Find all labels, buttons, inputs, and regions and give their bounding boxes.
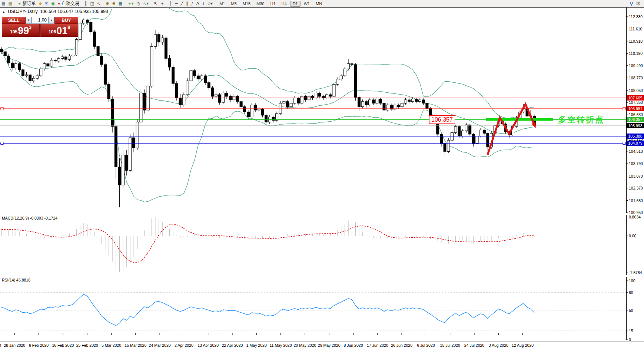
- timeframe-h4-button[interactable]: H4: [279, 1, 289, 7]
- sell-price-handle: 105: [10, 29, 17, 34]
- crosshair-icon[interactable]: ＋: [159, 0, 166, 7]
- text-icon[interactable]: A: [195, 0, 200, 7]
- date-tick: 28 Jan 2020: [4, 343, 25, 348]
- date-tick: 6 Feb 2020: [29, 343, 49, 348]
- price-tick: 108.770: [629, 76, 643, 80]
- price-tick: 104.510: [629, 149, 643, 154]
- horizontal-line-icon[interactable]: ─: [173, 0, 179, 7]
- volume-down-button[interactable]: ▼: [26, 17, 31, 24]
- timeframe-toolbar: M1M5M15M30H1H4D1W1MN: [216, 1, 325, 7]
- rsi-tick: 50: [629, 308, 633, 313]
- timeframe-d1-button[interactable]: D1: [290, 1, 301, 7]
- volume-up-button[interactable]: ▲: [49, 17, 54, 24]
- price-tick: 112.330: [629, 14, 643, 19]
- search-icon[interactable]: ⚲: [628, 0, 635, 7]
- cursor-icon[interactable]: ↖: [152, 0, 159, 7]
- price-badge-106.981: 106.981: [627, 106, 644, 111]
- price-badge-104.979: 104.979: [627, 141, 644, 146]
- period-clock-icon: ◷: [137, 0, 140, 7]
- rsi-tick: 0: [629, 338, 631, 342]
- candle-chart-icon: ◫: [90, 0, 94, 7]
- volume-input[interactable]: 1.00: [31, 17, 49, 24]
- zoom-out-icon: ⊖: [112, 0, 115, 7]
- timeframe-m30-button[interactable]: M30: [254, 1, 267, 7]
- bar-chart-icon: ║: [84, 0, 87, 7]
- market-news-icon[interactable]: ◉: [50, 0, 57, 7]
- auto-trading-button[interactable]: ●自动交易: [56, 0, 81, 7]
- templates-icon[interactable]: ∿▾: [142, 0, 150, 7]
- fibonacci-icon[interactable]: ƒ: [190, 0, 195, 7]
- timeframe-h1-button[interactable]: H1: [268, 1, 278, 7]
- sell-price-display[interactable]: 105 99 3: [2, 24, 40, 37]
- text-label-icon[interactable]: T: [200, 0, 206, 7]
- price-axis-line: [626, 7, 627, 340]
- timeframe-mn-button[interactable]: MN: [313, 1, 325, 7]
- auto-trading-label: 自动交易: [62, 0, 79, 7]
- chart-window: ▲ USDJPY-,Daily 106.564 106.647 105.935 …: [0, 7, 644, 349]
- macd-tick: -1.5784: [629, 270, 642, 275]
- price-tick: 107.350: [629, 100, 643, 105]
- line-chart-icon[interactable]: ∿: [96, 0, 102, 7]
- new-chart-icon[interactable]: ▦: [0, 0, 7, 7]
- new-order-button[interactable]: ＋新订单: [16, 0, 37, 7]
- tile-windows-icon[interactable]: ▦: [117, 0, 124, 7]
- rsi-tick: 15: [629, 329, 633, 333]
- mt4-terminal: ▦▤＋新订单◆✉◉●自动交易║◫∿⊕⊖▦＋▾◷∿▾↖＋│─╱∥ƒAT◇▾ M1M…: [0, 0, 644, 349]
- profiles-icon[interactable]: ▤: [7, 0, 13, 7]
- timeframe-w1-button[interactable]: W1: [301, 1, 313, 7]
- date-tick: 22 Apr 2020: [222, 343, 243, 348]
- buy-price-big: 01: [56, 26, 67, 36]
- channel-icon[interactable]: ∥: [185, 0, 190, 7]
- date-tick: 6 Jul 2020: [417, 343, 435, 348]
- buy-price-pip: 8: [67, 25, 70, 30]
- price-tick: 102.370: [629, 186, 643, 190]
- buy-button[interactable]: BUY: [54, 17, 78, 24]
- add-indicator-icon: ＋▾: [127, 0, 134, 7]
- macd-tick: 0.8034: [629, 215, 641, 219]
- shapes-icon[interactable]: ◇▾: [206, 0, 214, 7]
- price-tick: 103.070: [629, 174, 643, 178]
- candle-chart-icon[interactable]: ◫: [89, 0, 96, 7]
- timeframe-m1-button[interactable]: M1: [217, 1, 228, 7]
- price-tick: 110.910: [629, 39, 643, 43]
- vertical-line-icon: │: [169, 0, 172, 7]
- add-indicator-icon[interactable]: ＋▾: [126, 0, 135, 7]
- price-tick: 108.050: [629, 88, 643, 93]
- date-tick: 25 Feb 2020: [76, 343, 98, 348]
- date-tick: 1 May 2020: [246, 343, 267, 348]
- vertical-line-icon[interactable]: │: [168, 0, 173, 7]
- toolbar: ▦▤＋新订单◆✉◉●自动交易║◫∿⊕⊖▦＋▾◷∿▾↖＋│─╱∥ƒAT◇▾ M1M…: [0, 0, 644, 7]
- period-clock-icon[interactable]: ◷: [135, 0, 142, 7]
- horizontal-line-icon: ─: [175, 0, 178, 7]
- date-tick: 15 Jul 2020: [440, 343, 460, 348]
- price-tag-106357[interactable]: 106.357: [429, 115, 455, 124]
- date-tick: 20 May 2020: [294, 343, 316, 348]
- cn-annotation[interactable]: 多空转折点: [558, 114, 604, 125]
- macd-tick: 0.00: [629, 234, 636, 238]
- chat-icon[interactable]: ✉: [635, 0, 642, 7]
- tile-windows-icon: ▦: [119, 0, 122, 7]
- rsi-tick: 80: [629, 290, 633, 295]
- timeframe-m5-button[interactable]: M5: [228, 1, 239, 7]
- price-tick: 106.630: [629, 112, 643, 117]
- expand-icon[interactable]: ▲: [2, 10, 5, 14]
- date-tick: 24 Jul 2020: [464, 343, 484, 348]
- date-tick: 16 Feb 2020: [52, 343, 74, 348]
- history-center-icon[interactable]: ◆: [37, 0, 43, 7]
- buy-price-display[interactable]: 106 01 8: [40, 24, 78, 37]
- sell-button[interactable]: SELL: [2, 17, 26, 24]
- bar-chart-icon[interactable]: ║: [83, 0, 89, 7]
- rsi-pane-splitter[interactable]: [0, 275, 644, 277]
- text-label-icon: T: [202, 0, 205, 7]
- date-tick: 29 May 2020: [318, 343, 341, 348]
- zoom-out-icon[interactable]: ⊖: [110, 0, 117, 7]
- timeframe-m15-button[interactable]: M15: [240, 1, 253, 7]
- text-icon: A: [196, 0, 199, 7]
- date-tick: 15 Mar 2020: [125, 343, 146, 348]
- macd-pane-splitter[interactable]: [0, 213, 644, 215]
- price-badge-107.605: 107.605: [627, 95, 644, 101]
- trendline-icon[interactable]: ╱: [179, 0, 185, 7]
- mailbox-icon[interactable]: ✉: [43, 0, 50, 7]
- zoom-in-icon[interactable]: ⊕: [104, 0, 110, 7]
- new-order-label: 新订单: [23, 0, 36, 7]
